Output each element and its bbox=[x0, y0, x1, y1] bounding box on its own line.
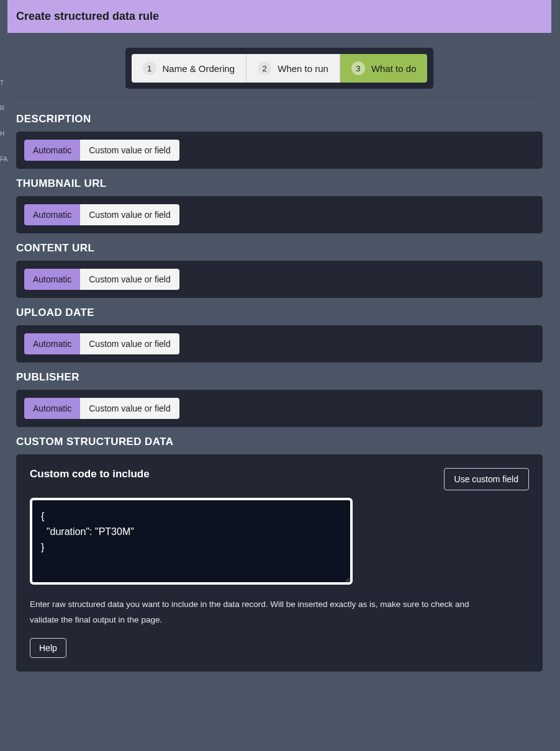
section-heading: CONTENT URL bbox=[16, 242, 543, 254]
section-panel: Automatic Custom value or field bbox=[16, 325, 543, 362]
toggle-group: Automatic Custom value or field bbox=[24, 398, 535, 419]
rail-letter: R bbox=[0, 105, 7, 112]
step-number: 2 bbox=[258, 61, 271, 75]
toggle-custom-value[interactable]: Custom value or field bbox=[80, 333, 179, 354]
section-panel: Automatic Custom value or field bbox=[16, 196, 543, 233]
toggle-automatic[interactable]: Automatic bbox=[24, 333, 80, 354]
section-panel: Automatic Custom value or field bbox=[16, 390, 543, 427]
section-panel: Automatic Custom value or field bbox=[16, 132, 543, 169]
section-heading: DESCRIPTION bbox=[16, 113, 543, 125]
help-button[interactable]: Help bbox=[30, 638, 66, 658]
section-content-url: CONTENT URL Automatic Custom value or fi… bbox=[7, 233, 551, 298]
step-number: 3 bbox=[351, 61, 365, 75]
toggle-group: Automatic Custom value or field bbox=[24, 204, 535, 225]
step-when-to-run[interactable]: 2 When to run bbox=[246, 54, 340, 83]
step-what-to-do[interactable]: 3 What to do bbox=[340, 54, 428, 83]
toggle-group: Automatic Custom value or field bbox=[24, 333, 535, 354]
step-name-and-ordering[interactable]: 1 Name & Ordering bbox=[132, 54, 247, 83]
toggle-automatic[interactable]: Automatic bbox=[24, 140, 80, 161]
page-title: Create structured data rule bbox=[16, 10, 543, 23]
left-rail: T R H FA bbox=[0, 0, 7, 751]
steps-container: 1 Name & Ordering 2 When to run 3 What t… bbox=[7, 33, 551, 104]
toggle-custom-value[interactable]: Custom value or field bbox=[80, 398, 179, 419]
custom-code-hint: Enter raw structured data you want to in… bbox=[30, 597, 477, 628]
section-panel: Custom code to include Use custom field … bbox=[16, 454, 543, 672]
rail-letter: H bbox=[0, 130, 7, 137]
toggle-custom-value[interactable]: Custom value or field bbox=[80, 269, 179, 290]
custom-code-label: Custom code to include bbox=[30, 468, 150, 480]
step-label: Name & Ordering bbox=[163, 63, 235, 74]
toggle-automatic[interactable]: Automatic bbox=[24, 269, 80, 290]
section-custom-structured-data: CUSTOM STRUCTURED DATA Custom code to in… bbox=[7, 427, 551, 672]
toggle-automatic[interactable]: Automatic bbox=[24, 398, 80, 419]
custom-code-textarea[interactable] bbox=[30, 498, 353, 585]
rail-letter: FA bbox=[0, 156, 7, 163]
wizard-steps: 1 Name & Ordering 2 When to run 3 What t… bbox=[125, 48, 434, 89]
toggle-custom-value[interactable]: Custom value or field bbox=[80, 140, 179, 161]
toggle-group: Automatic Custom value or field bbox=[24, 140, 535, 161]
toggle-custom-value[interactable]: Custom value or field bbox=[80, 204, 179, 225]
section-publisher: PUBLISHER Automatic Custom value or fiel… bbox=[7, 362, 551, 427]
use-custom-field-button[interactable]: Use custom field bbox=[444, 468, 529, 490]
section-panel: Automatic Custom value or field bbox=[16, 261, 543, 298]
section-heading: PUBLISHER bbox=[16, 371, 543, 384]
section-heading: UPLOAD DATE bbox=[16, 307, 543, 319]
toggle-group: Automatic Custom value or field bbox=[24, 269, 535, 290]
step-label: When to run bbox=[278, 63, 328, 74]
step-label: What to do bbox=[371, 63, 417, 74]
section-heading: CUSTOM STRUCTURED DATA bbox=[16, 436, 543, 448]
section-thumbnail-url: THUMBNAIL URL Automatic Custom value or … bbox=[7, 169, 551, 233]
step-number: 1 bbox=[143, 61, 156, 75]
toggle-automatic[interactable]: Automatic bbox=[24, 204, 80, 225]
modal-header: Create structured data rule bbox=[7, 0, 551, 33]
section-upload-date: UPLOAD DATE Automatic Custom value or fi… bbox=[7, 298, 551, 362]
rail-letter: T bbox=[0, 79, 7, 86]
modal: Create structured data rule 1 Name & Ord… bbox=[7, 0, 560, 751]
section-heading: THUMBNAIL URL bbox=[16, 178, 543, 190]
section-description: DESCRIPTION Automatic Custom value or fi… bbox=[7, 104, 551, 169]
